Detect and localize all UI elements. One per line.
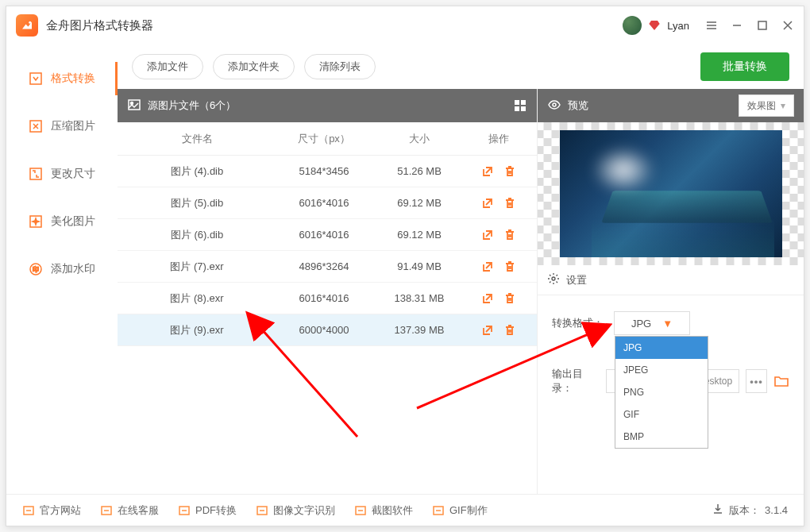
- row-size: 137.39 MB: [372, 324, 467, 336]
- beautify-icon: [29, 214, 43, 229]
- svg-point-15: [552, 277, 555, 280]
- svg-rect-4: [30, 168, 41, 179]
- dropdown-option[interactable]: BMP: [615, 426, 708, 448]
- sidebar-item-compress[interactable]: 压缩图片: [6, 110, 118, 143]
- delete-icon[interactable]: [503, 228, 517, 242]
- row-name: 图片 (9).exr: [118, 323, 276, 337]
- image-icon: [127, 98, 141, 114]
- settings-header: 设置: [538, 265, 804, 295]
- col-dim-label: 尺寸（px）: [276, 132, 372, 146]
- eye-icon: [547, 98, 561, 114]
- svg-rect-1: [758, 21, 766, 29]
- footer-link[interactable]: GIF制作: [432, 503, 488, 518]
- chevron-down-icon: ▼: [662, 318, 673, 330]
- table-row[interactable]: 图片 (4).dib 5184*3456 51.26 MB: [118, 156, 537, 187]
- delete-icon[interactable]: [503, 164, 517, 179]
- dropdown-option[interactable]: GIF: [615, 403, 708, 426]
- svg-point-14: [553, 103, 556, 106]
- format-select[interactable]: JPG ▼ JPGJPEGPNGGIFBMP: [614, 311, 690, 335]
- table-row[interactable]: 图片 (7).exr 4896*3264 91.49 MB: [118, 251, 537, 283]
- svg-rect-11: [521, 100, 526, 105]
- dropdown-option[interactable]: PNG: [615, 381, 708, 403]
- sidebar-item-watermark[interactable]: 印 添加水印: [6, 253, 118, 286]
- open-icon[interactable]: [480, 260, 495, 274]
- screenshot-icon: [354, 504, 367, 517]
- footer-link[interactable]: 截图软件: [354, 503, 413, 518]
- col-act-label: 操作: [467, 132, 530, 146]
- row-dim: 6000*4000: [276, 324, 372, 336]
- table-body: 图片 (4).dib 5184*3456 51.26 MB 图片 (5).dib…: [118, 156, 537, 494]
- toolbar: 添加文件 添加文件夹 清除列表 批量转换: [118, 44, 804, 89]
- row-dim: 6016*4016: [276, 292, 372, 304]
- sidebar-item-format-convert[interactable]: 格式转换: [6, 62, 118, 95]
- svg-rect-10: [515, 100, 519, 105]
- gear-icon: [547, 272, 560, 287]
- batch-convert-button[interactable]: 批量转换: [700, 52, 789, 81]
- open-icon[interactable]: [480, 291, 495, 306]
- open-icon[interactable]: [480, 196, 495, 210]
- close-button[interactable]: [781, 19, 794, 32]
- format-dropdown: JPGJPEGPNGGIFBMP: [615, 336, 708, 449]
- support-icon: [100, 504, 113, 517]
- table-row[interactable]: 图片 (9).exr 6000*4000 137.39 MB: [118, 314, 537, 346]
- footer-link[interactable]: 官方网站: [22, 503, 81, 518]
- col-name-label: 文件名: [118, 132, 276, 146]
- grid-view-icon[interactable]: [513, 98, 527, 113]
- folder-icon[interactable]: [773, 372, 789, 390]
- minimize-button[interactable]: [731, 19, 743, 32]
- vip-diamond-icon: [648, 19, 661, 32]
- preview-image: [538, 122, 804, 265]
- sidebar-item-label: 美化图片: [51, 214, 95, 229]
- footer-link[interactable]: 图像文字识别: [256, 503, 335, 518]
- clear-list-button[interactable]: 清除列表: [304, 54, 376, 79]
- user-area[interactable]: Lyan: [623, 16, 689, 35]
- svg-rect-13: [521, 106, 526, 111]
- row-dim: 5184*3456: [276, 165, 372, 177]
- sidebar-item-label: 格式转换: [51, 71, 95, 86]
- table-title-bar: 源图片文件（6个）: [118, 89, 537, 122]
- add-file-button[interactable]: 添加文件: [132, 54, 203, 79]
- sidebar-item-resize[interactable]: 更改尺寸: [6, 157, 118, 191]
- footer-link[interactable]: 在线客服: [100, 503, 159, 518]
- chevron-down-icon: ▾: [781, 100, 785, 111]
- table-row[interactable]: 图片 (5).dib 6016*4016 69.12 MB: [118, 187, 537, 219]
- avatar: [623, 16, 642, 35]
- delete-icon[interactable]: [503, 260, 517, 274]
- table-row[interactable]: 图片 (6).dib 6016*4016 69.12 MB: [118, 219, 537, 251]
- row-size: 138.31 MB: [372, 292, 467, 304]
- right-pane: 预览 效果图 ▾: [538, 89, 804, 494]
- gif-icon: [432, 504, 445, 517]
- row-size: 51.26 MB: [372, 165, 467, 177]
- row-dim: 6016*4016: [276, 197, 372, 209]
- open-icon[interactable]: [480, 323, 495, 337]
- menu-button[interactable]: [705, 19, 718, 32]
- app-logo-icon: [16, 14, 38, 37]
- maximize-button[interactable]: [756, 19, 769, 32]
- svg-rect-2: [30, 73, 41, 84]
- delete-icon[interactable]: [503, 196, 517, 210]
- col-size-label: 大小: [372, 132, 467, 146]
- svg-rect-12: [515, 106, 519, 111]
- delete-icon[interactable]: [503, 323, 517, 337]
- footer-link[interactable]: PDF转换: [178, 503, 237, 518]
- table-head: 文件名 尺寸（px） 大小 操作: [118, 122, 537, 156]
- add-folder-button[interactable]: 添加文件夹: [213, 54, 295, 79]
- website-icon: [22, 504, 35, 517]
- dropdown-option[interactable]: JPEG: [615, 359, 708, 381]
- version-info: 版本： 3.1.4: [712, 503, 788, 518]
- sidebar-item-beautify[interactable]: 美化图片: [6, 205, 118, 238]
- download-icon: [712, 503, 724, 518]
- row-size: 69.12 MB: [372, 229, 467, 241]
- preview-title: 预览: [568, 98, 588, 113]
- svg-point-0: [29, 21, 31, 24]
- delete-icon[interactable]: [503, 291, 517, 306]
- dropdown-option[interactable]: JPG: [615, 337, 708, 359]
- table-title: 源图片文件（6个）: [148, 98, 236, 113]
- open-icon[interactable]: [480, 228, 495, 242]
- row-name: 图片 (6).dib: [118, 228, 276, 242]
- more-button[interactable]: •••: [746, 369, 767, 393]
- table-row[interactable]: 图片 (8).exr 6016*4016 138.31 MB: [118, 283, 537, 314]
- row-name: 图片 (7).exr: [118, 260, 276, 274]
- preview-mode-select[interactable]: 效果图 ▾: [739, 94, 794, 117]
- open-icon[interactable]: [480, 164, 495, 179]
